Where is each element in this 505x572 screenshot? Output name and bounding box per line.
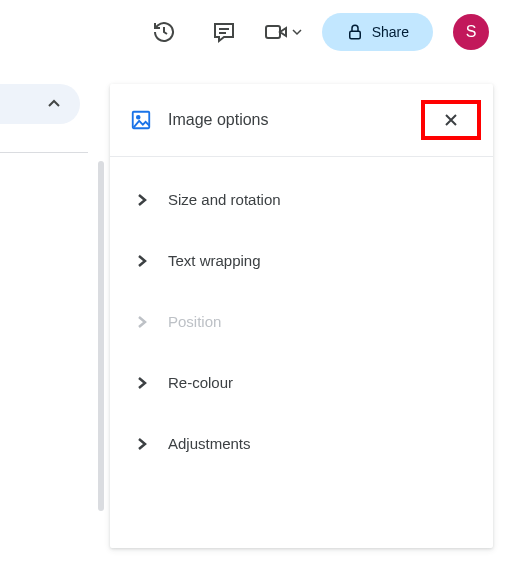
divider bbox=[0, 152, 88, 153]
section-recolour[interactable]: Re-colour bbox=[110, 352, 493, 413]
history-icon[interactable] bbox=[144, 12, 184, 52]
avatar[interactable]: S bbox=[453, 14, 489, 50]
section-size-rotation[interactable]: Size and rotation bbox=[110, 169, 493, 230]
section-adjustments[interactable]: Adjustments bbox=[110, 413, 493, 474]
share-label: Share bbox=[372, 24, 409, 40]
svg-point-6 bbox=[137, 116, 140, 119]
section-label: Position bbox=[168, 313, 221, 330]
image-options-panel: Image options Size and rotation Text wra… bbox=[110, 84, 493, 548]
share-button[interactable]: Share bbox=[322, 13, 433, 51]
scrollbar[interactable] bbox=[98, 161, 104, 511]
video-call-button[interactable] bbox=[264, 20, 302, 44]
chevron-right-icon bbox=[134, 375, 150, 391]
close-panel-button[interactable] bbox=[421, 100, 481, 140]
section-label: Adjustments bbox=[168, 435, 251, 452]
avatar-letter: S bbox=[466, 23, 477, 41]
chevron-up-icon bbox=[46, 96, 62, 112]
section-text-wrapping[interactable]: Text wrapping bbox=[110, 230, 493, 291]
panel-title: Image options bbox=[168, 111, 405, 129]
section-label: Re-colour bbox=[168, 374, 233, 391]
svg-rect-4 bbox=[349, 31, 360, 39]
section-label: Size and rotation bbox=[168, 191, 281, 208]
chevron-right-icon bbox=[134, 192, 150, 208]
chevron-right-icon bbox=[134, 314, 150, 330]
collapse-panel-button[interactable] bbox=[0, 84, 80, 124]
chevron-right-icon bbox=[134, 436, 150, 452]
lock-icon bbox=[346, 23, 364, 41]
comment-icon[interactable] bbox=[204, 12, 244, 52]
section-label: Text wrapping bbox=[168, 252, 261, 269]
dropdown-caret-icon bbox=[292, 27, 302, 37]
section-position: Position bbox=[110, 291, 493, 352]
close-icon bbox=[443, 112, 459, 128]
chevron-right-icon bbox=[134, 253, 150, 269]
svg-rect-2 bbox=[266, 26, 280, 38]
image-icon bbox=[130, 109, 152, 131]
